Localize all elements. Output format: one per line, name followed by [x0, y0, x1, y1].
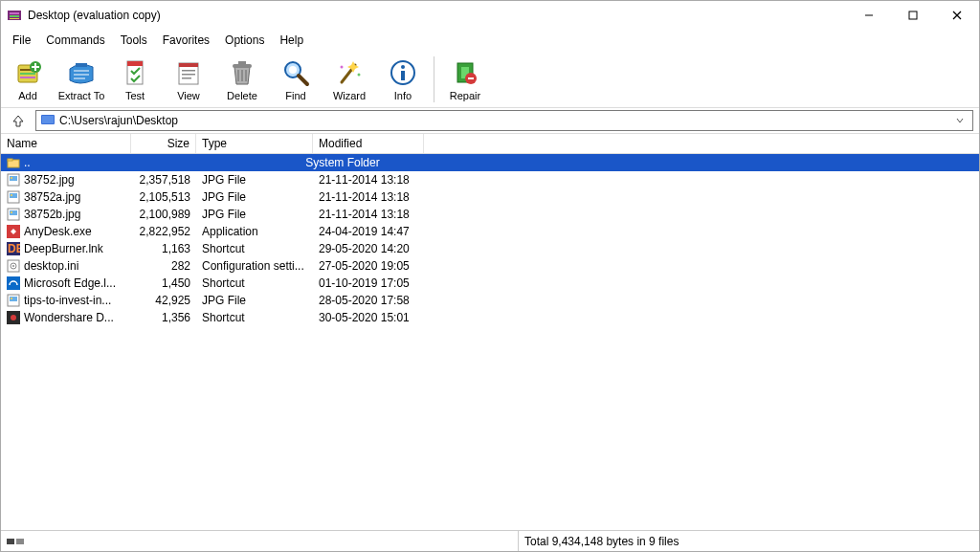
- chevron-down-icon[interactable]: [955, 116, 969, 125]
- toolbar-add[interactable]: Add: [1, 52, 55, 107]
- toolbar-label: Delete: [227, 90, 257, 101]
- titlebar: Desktop (evaluation copy): [1, 1, 979, 30]
- file-size: 2,357,518: [131, 173, 196, 187]
- test-icon: [120, 57, 150, 88]
- file-name: Wondershare D...: [24, 311, 114, 324]
- app-window: Desktop (evaluation copy) FileCommandsTo…: [0, 0, 980, 552]
- menu-item-favorites[interactable]: Favorites: [155, 32, 217, 49]
- toolbar-repair[interactable]: Repair: [438, 52, 492, 107]
- file-size: 2,105,513: [131, 190, 196, 204]
- menu-item-commands[interactable]: Commands: [38, 32, 112, 49]
- file-size: 2,822,952: [131, 225, 196, 238]
- file-row[interactable]: DBDeepBurner.lnk1,163Shortcut29-05-2020 …: [1, 240, 979, 257]
- file-name: 38752a.jpg: [24, 190, 80, 204]
- file-row[interactable]: tips-to-invest-in...42,925JPG File28-05-…: [1, 292, 979, 309]
- file-modified: 24-04-2019 14:47: [313, 225, 424, 238]
- svg-rect-19: [182, 74, 195, 76]
- menubar: FileCommandsToolsFavoritesOptionsHelp: [1, 30, 979, 51]
- window-controls: [847, 1, 979, 30]
- column-headers: Name Size Type Modified: [1, 133, 979, 154]
- column-header-modified[interactable]: Modified: [313, 134, 424, 153]
- column-header-name[interactable]: Name: [1, 134, 131, 153]
- file-icon: DB: [7, 242, 20, 255]
- file-row[interactable]: Wondershare D...1,356Shortcut30-05-2020 …: [1, 309, 979, 326]
- file-type: Shortcut: [196, 311, 313, 324]
- svg-rect-20: [182, 77, 191, 79]
- svg-rect-17: [179, 63, 198, 67]
- svg-point-45: [11, 177, 12, 179]
- up-button[interactable]: [7, 110, 30, 131]
- menu-item-tools[interactable]: Tools: [113, 32, 155, 49]
- menu-item-help[interactable]: Help: [272, 32, 311, 49]
- toolbar-label: Find: [285, 90, 305, 101]
- delete-icon: [227, 57, 257, 88]
- file-row[interactable]: AnyDesk.exe2,822,952Application24-04-201…: [1, 223, 979, 240]
- maximize-button[interactable]: [891, 1, 935, 30]
- svg-rect-58: [7, 276, 20, 290]
- minimize-button[interactable]: [847, 1, 891, 30]
- file-modified: 27-05-2020 19:05: [313, 259, 424, 273]
- path-text: C:\Users\rajun\Desktop: [59, 114, 955, 127]
- file-size: 2,100,989: [131, 208, 196, 221]
- svg-rect-22: [238, 61, 246, 65]
- column-header-size[interactable]: Size: [131, 134, 196, 153]
- file-icon: [7, 276, 20, 290]
- svg-rect-42: [8, 159, 12, 161]
- column-header-type[interactable]: Type: [196, 134, 313, 153]
- file-modified: 29-05-2020 14:20: [313, 242, 424, 255]
- svg-point-48: [11, 194, 12, 196]
- menu-item-file[interactable]: File: [5, 32, 38, 49]
- svg-rect-5: [909, 11, 917, 19]
- svg-rect-65: [16, 539, 24, 544]
- toolbar-test[interactable]: Test: [108, 52, 162, 107]
- add-icon: [12, 57, 43, 88]
- folder-up-icon: [7, 156, 20, 169]
- svg-rect-40: [42, 116, 54, 123]
- statusbar: Total 9,434,148 bytes in 9 files: [1, 530, 979, 551]
- svg-text:DB: DB: [8, 242, 20, 255]
- file-row[interactable]: desktop.ini282Configuration setti...27-0…: [1, 257, 979, 275]
- extract-icon: [66, 57, 97, 88]
- file-size: 1,356: [131, 311, 196, 324]
- status-text: Total 9,434,148 bytes in 9 files: [518, 531, 979, 551]
- file-type: Application: [196, 225, 313, 238]
- file-row[interactable]: Microsoft Edge.l...1,450Shortcut01-10-20…: [1, 275, 979, 292]
- file-modified: 01-10-2019 17:05: [313, 276, 424, 290]
- file-type: Configuration setti...: [196, 259, 313, 273]
- toolbar-wizard[interactable]: Wizard: [323, 52, 376, 107]
- file-icon: [7, 190, 20, 204]
- svg-point-33: [401, 65, 405, 69]
- toolbar-view[interactable]: View: [162, 52, 215, 107]
- toolbar-info[interactable]: Info: [376, 52, 430, 107]
- svg-point-61: [11, 298, 12, 299]
- parent-folder-row[interactable]: ..System Folder: [1, 154, 979, 171]
- toolbar-label: Info: [394, 90, 412, 101]
- file-row[interactable]: 38752.jpg2,357,518JPG File21-11-2014 13:…: [1, 171, 979, 188]
- file-icon: [7, 311, 20, 324]
- toolbar-delete[interactable]: Delete: [215, 52, 269, 107]
- address-row: C:\Users\rajun\Desktop: [1, 108, 979, 133]
- find-icon: [280, 57, 311, 88]
- toolbar-label: Wizard: [333, 90, 366, 101]
- menu-item-options[interactable]: Options: [217, 32, 272, 49]
- file-icon: [7, 173, 20, 187]
- svg-rect-2: [10, 15, 19, 17]
- file-name: AnyDesk.exe: [24, 225, 92, 238]
- toolbar-separator: [434, 56, 434, 102]
- status-icon: [7, 537, 26, 546]
- path-box[interactable]: C:\Users\rajun\Desktop: [35, 110, 973, 131]
- info-icon: [388, 57, 418, 88]
- file-row[interactable]: 38752b.jpg2,100,989JPG File21-11-2014 13…: [1, 206, 979, 223]
- toolbar: AddExtract ToTestViewDeleteFindWizardInf…: [1, 51, 979, 108]
- file-type: Shortcut: [196, 242, 313, 255]
- svg-point-27: [289, 66, 297, 74]
- toolbar-find[interactable]: Find: [269, 52, 323, 107]
- toolbar-extract-to[interactable]: Extract To: [55, 52, 108, 107]
- toolbar-label: View: [177, 90, 200, 101]
- close-button[interactable]: [935, 1, 979, 30]
- file-modified: 28-05-2020 17:58: [313, 294, 424, 307]
- file-row[interactable]: 38752a.jpg2,105,513JPG File21-11-2014 13…: [1, 188, 979, 206]
- file-modified: 21-11-2014 13:18: [313, 208, 424, 221]
- file-type: JPG File: [196, 208, 313, 221]
- svg-rect-64: [7, 539, 14, 544]
